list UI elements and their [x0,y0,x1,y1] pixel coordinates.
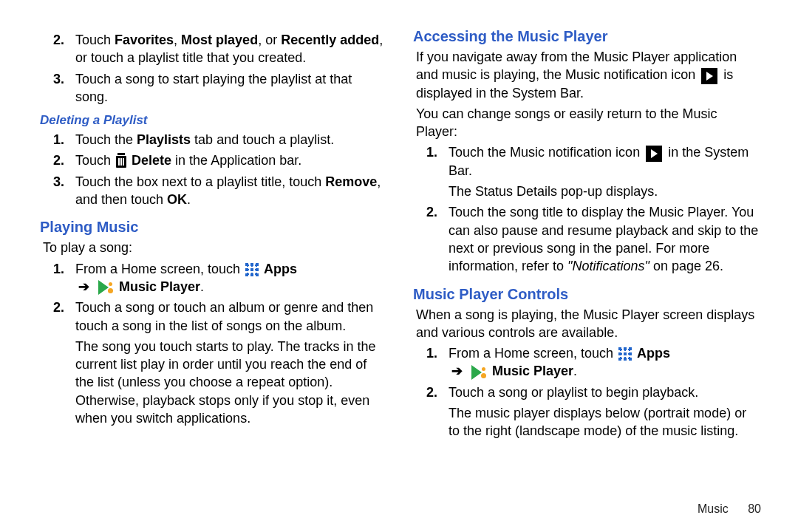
list-item: 2. Touch Delete in the Application bar. [53,151,301,169]
page: 2. Touch Favorites, Most played, or Rece… [0,0,798,532]
list-item: 1. Touch the Music notification icon in … [426,143,761,180]
step-body: Touch a song or touch an album or genre … [71,299,388,335]
list-item: 2. Touch a song or touch an album or gen… [53,299,388,335]
step-number: 2. [426,383,444,401]
apps-icon [245,263,259,276]
step-body: From a Home screen, touch Apps ➔ Music P… [444,344,670,381]
page-footer: Music 80 [698,502,761,516]
list-item: 1. From a Home screen, touch Apps ➔ Musi… [53,260,297,296]
step-body: Touch the box next to a playlist title, … [71,173,388,209]
continuation-paragraph: The song you touch starts to play. The t… [75,338,388,427]
right-column: Accessing the Music Player If you naviga… [403,28,768,517]
step-number: 1. [426,344,444,381]
step-body: Touch a song or playlist to begin playba… [444,383,698,401]
step-number: 2. [53,299,71,335]
step-body: Touch the song title to display the Musi… [444,203,761,275]
list-item: 3. Touch a song to start playing the pla… [53,70,388,106]
step-body: From a Home screen, touch Apps ➔ Music P… [71,260,297,296]
step-number: 2. [53,31,71,67]
paragraph: To play a song: [43,239,388,256]
step-number: 3. [53,173,71,209]
step-number: 1. [426,143,444,180]
paragraph: You can change songs or easily return to… [416,105,761,141]
step-number: 1. [53,260,71,296]
arrow-icon: ➔ [451,364,463,378]
list-item: 3. Touch the box next to a playlist titl… [53,173,388,209]
step-number: 2. [53,151,71,169]
footer-page-number: 80 [748,502,761,515]
music-player-icon [471,365,486,380]
step-number: 1. [53,131,71,149]
subheading-deleting-playlist: Deleting a Playlist [40,113,388,128]
heading-playing-music: Playing Music [40,219,388,236]
left-column: 2. Touch Favorites, Most played, or Rece… [30,28,395,517]
list-item: 2. Touch Favorites, Most played, or Rece… [53,31,388,67]
step-body: Touch the Playlists tab and touch a play… [71,131,334,149]
heading-accessing-music-player: Accessing the Music Player [413,28,761,45]
list-item: 1. Touch the Playlists tab and touch a p… [53,131,334,149]
play-notification-icon [646,146,662,162]
step-number: 3. [53,70,71,106]
paragraph: If you navigate away from the Music Play… [416,48,761,102]
list-item: 2. Touch a song or playlist to begin pla… [426,383,698,401]
step-body: Touch the Music notification icon in the… [444,143,761,180]
continuation-paragraph: The music player displays below (portrai… [449,404,761,440]
step-body: Touch a song to start playing the playli… [71,70,388,106]
step-body: Touch Favorites, Most played, or Recentl… [71,31,388,67]
trash-icon [116,156,126,168]
footer-section: Music [698,502,729,515]
paragraph: When a song is playing, the Music Player… [416,306,761,342]
continuation-paragraph: The Status Details pop-up displays. [449,183,761,200]
list-item: 1. From a Home screen, touch Apps ➔ Musi… [426,344,670,381]
step-number: 2. [426,203,444,275]
apps-icon [618,347,632,361]
heading-music-player-controls: Music Player Controls [413,286,761,303]
music-player-icon [98,280,113,295]
arrow-icon: ➔ [78,279,89,294]
list-item: 2. Touch the song title to display the M… [426,203,761,275]
step-body: Touch Delete in the Application bar. [71,151,301,169]
play-notification-icon [701,68,717,84]
